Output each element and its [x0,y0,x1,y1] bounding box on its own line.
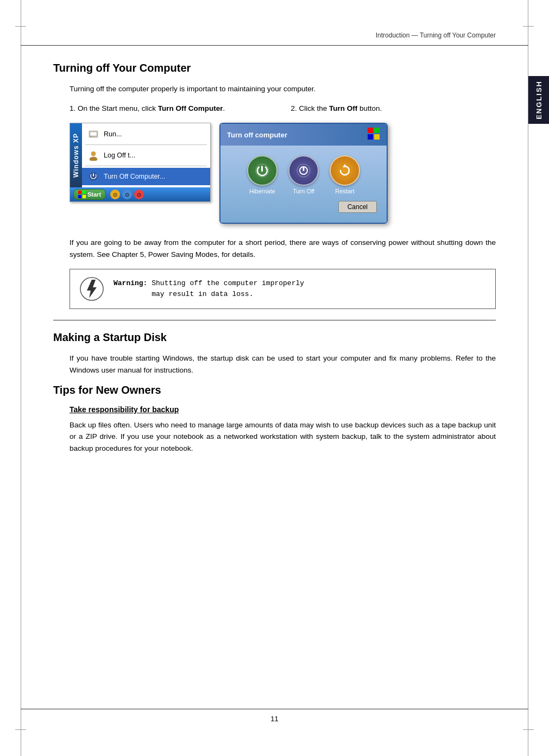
svg-point-5 [90,157,97,161]
svg-rect-10 [78,195,81,198]
restart-container: Restart [330,155,360,194]
page-number: 11 [270,715,278,723]
restart-label: Restart [335,188,354,194]
step1-text: 1. On the Start menu, click Turn Off Com… [70,103,275,115]
main-content: Turning off Your Computer Turning off th… [21,46,528,494]
section2-body: If you have trouble starting Windows, th… [70,352,496,376]
svg-rect-13 [374,128,380,133]
turnoff-menu-label: Turn Off Computer... [104,173,165,180]
run-label: Run... [104,130,122,138]
xp-menu-body: Windows XP [70,123,210,187]
section1-title: Turning off Your Computer [53,62,496,74]
section3-subsection: Take responsibility for backup [70,405,496,414]
turnoff-dialog-title: Turn off computer [227,131,287,139]
page-header: Introduction — Turning off Your Computer [21,0,528,46]
turnoff-label: Turn Off [293,188,314,194]
svg-marker-23 [87,280,97,298]
taskbar-icon2: ⊙ [122,190,132,199]
turnoff-title-bar: Turn off computer [220,124,387,146]
step2-text: 2. Click the Turn Off button. [291,103,496,115]
run-icon [87,128,99,140]
svg-rect-12 [368,128,373,133]
hibernate-button[interactable] [247,155,277,186]
hibernate-container: Hibernate [247,155,277,194]
taskbar-icon3: ⊙ [134,190,144,199]
xp-menu-turnoff[interactable]: Turn Off Computer... [82,168,210,185]
svg-point-4 [91,152,96,156]
section3-body: Back up files often. Users who need to m… [70,419,496,455]
bottom-mark-left [15,729,26,730]
step2-label: 2. [291,104,297,112]
turnoff-buttons-row: Hibernate Turn Off [247,155,360,194]
xp-menu-items: Run... Log Off t... [82,123,210,187]
english-side-tab: ENGLISH [528,76,549,124]
warning-bold: Warning: [113,279,147,287]
svg-rect-1 [90,132,97,136]
warning-box: Warning: Shutting off the computer impro… [70,269,496,309]
warning-icon [79,276,105,302]
svg-rect-17 [261,166,263,172]
section1-intro: Turning off the computer properly is imp… [70,83,496,95]
taskbar-icon1: ⊙ [110,190,120,199]
turnoff-title-icon [367,127,380,142]
side-tab-label: ENGLISH [535,80,543,119]
page-border-left [21,0,21,756]
svg-rect-14 [368,134,373,140]
xp-start-menu: Windows XP [70,123,211,202]
restart-button[interactable] [330,155,360,186]
section1-followup: If you are going to be away from the com… [70,237,496,260]
cancel-button[interactable]: Cancel [338,201,377,213]
svg-marker-21 [343,164,347,167]
page-footer: 11 [0,709,549,724]
xp-separator2 [85,166,207,166]
turnoff-button[interactable] [288,155,319,186]
section2-title: Making a Startup Disk [53,331,496,344]
step2-prefix: Click the [299,104,330,112]
svg-rect-20 [303,166,305,171]
step1-label: 1. [70,104,75,112]
screenshots-row: Windows XP [70,123,496,224]
step2-suffix: button. [357,104,382,112]
step1-bold: Turn Off Computer [158,104,223,112]
xp-sidebar-text: Windows XP [70,123,82,187]
svg-rect-15 [374,134,380,140]
step1-period: . [223,104,225,112]
step2-bold: Turn Off [329,104,357,112]
xp-menu-logoff[interactable]: Log Off t... [82,147,210,164]
logoff-label: Log Off t... [104,152,135,159]
steps-row: 1. On the Start menu, click Turn Off Com… [70,103,496,115]
start-label: Start [87,191,101,198]
section-divider1 [53,320,496,320]
hibernate-label: Hibernate [249,188,275,194]
step1-prefix: On the Start menu, click [78,104,158,112]
svg-rect-9 [83,191,86,194]
turnoff-dialog: Turn off computer [219,123,388,224]
bottom-mark-right [523,729,534,730]
turnoff-icon [87,171,99,182]
turnoff-body: Hibernate Turn Off [220,146,387,223]
logoff-icon [87,149,99,161]
xp-taskbar-icons: ⊙ ⊙ ⊙ [110,190,144,199]
turnoff-container: Turn Off [288,155,319,194]
svg-rect-8 [78,191,81,194]
cancel-row: Cancel [230,201,377,213]
header-text: Introduction — Turning off Your Computer [376,32,496,39]
svg-rect-7 [93,173,94,177]
warning-text: Warning: Shutting off the computer impro… [113,278,304,301]
xp-start-button[interactable]: Start [73,189,106,200]
section3-title: Tips for New Owners [53,384,496,396]
xp-menu-run[interactable]: Run... [82,125,210,143]
svg-rect-11 [83,195,86,198]
xp-taskbar: Start ⊙ ⊙ ⊙ [70,187,210,201]
footer-line [21,709,528,710]
xp-separator1 [85,144,207,145]
